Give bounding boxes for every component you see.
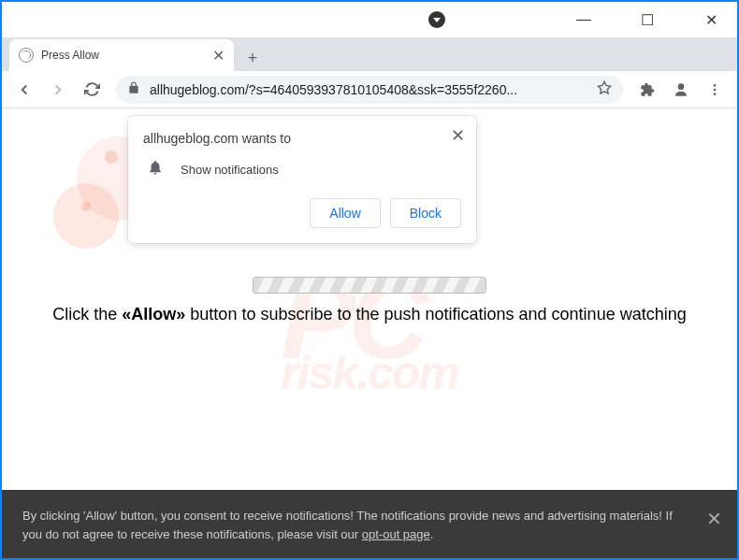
back-button[interactable] [9,75,39,105]
url-text: allhugeblog.com/?s=4640593937810105408&s… [150,82,587,97]
minimize-button[interactable]: — [565,6,602,34]
profile-button[interactable] [666,75,696,105]
window-close-button[interactable]: ✕ [692,6,730,34]
address-bar[interactable]: allhugeblog.com/?s=4640593937810105408&s… [116,76,623,104]
tab-title: Press Allow [41,49,205,62]
instruction-text: Click the «Allow» button to subscribe to… [2,305,737,324]
watermark-circle-icon [53,183,119,249]
bookmark-star-icon[interactable] [597,80,612,99]
lock-icon [127,81,140,98]
menu-button[interactable] [700,75,730,105]
extensions-button[interactable] [632,75,662,105]
watermark-dot-icon [105,151,118,164]
consent-text: By clicking 'Allow' button, you consent … [22,509,673,541]
permission-label: Show notifications [181,163,279,177]
permission-origin: allhugeblog.com wants to [143,131,461,146]
tab-close-button[interactable]: ✕ [212,47,225,65]
progress-fill [254,278,485,293]
opt-out-link[interactable]: opt-out page [362,527,430,541]
svg-point-3 [714,88,717,91]
permission-dialog: ✕ allhugeblog.com wants to Show notifica… [128,116,476,243]
allow-button[interactable]: Allow [310,198,380,228]
tab-strip: Press Allow ✕ + [2,37,737,71]
reload-button[interactable] [77,75,107,105]
bell-icon [147,159,164,179]
svg-point-2 [714,84,717,87]
dialog-close-button[interactable]: ✕ [451,125,465,146]
globe-icon [19,48,34,63]
dropdown-indicator-icon[interactable] [428,11,445,28]
page-content: PCrisk.com ✕ allhugeblog.com wants to Sh… [2,108,737,560]
new-tab-button[interactable]: + [239,45,266,71]
progress-bar [253,277,486,294]
window-titlebar: — ☐ ✕ [2,2,737,37]
maximize-button[interactable]: ☐ [629,6,666,34]
svg-point-4 [714,93,717,95]
forward-button[interactable] [43,75,73,105]
watermark-dot-icon [81,202,91,211]
browser-tab[interactable]: Press Allow ✕ [9,39,234,71]
svg-marker-0 [598,81,610,93]
consent-banner: ✕ By clicking 'Allow' button, you consen… [2,490,737,560]
browser-toolbar: allhugeblog.com/?s=4640593937810105408&s… [2,71,737,108]
block-button[interactable]: Block [390,198,461,228]
svg-point-1 [678,83,685,90]
banner-close-button[interactable]: ✕ [706,505,722,533]
